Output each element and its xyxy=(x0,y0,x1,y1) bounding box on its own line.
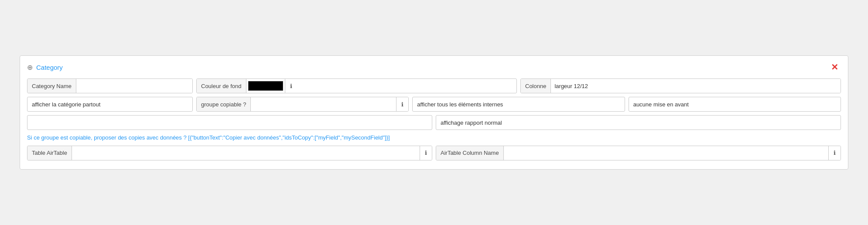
panel-title: Category xyxy=(36,64,63,71)
table-airtable-field: Table AirTable ℹ xyxy=(27,146,432,160)
textarea-field[interactable] xyxy=(27,115,432,130)
table-airtable-input[interactable] xyxy=(72,146,420,160)
mise-en-avant-label: aucune mise en avant xyxy=(633,101,689,108)
groupe-copiable-info-button[interactable]: ℹ xyxy=(396,97,408,111)
mise-en-avant-field: aucune mise en avant xyxy=(629,97,841,112)
table-airtable-label: Table AirTable xyxy=(27,146,72,160)
category-name-label: Category Name xyxy=(27,79,76,93)
info-icon-2: ℹ xyxy=(401,101,403,108)
airtable-column-row: AirTable Column Name ℹ xyxy=(436,146,841,160)
colonne-field: Colonne xyxy=(520,78,841,93)
afficher-elements-label: afficher tous les éléments internes xyxy=(417,101,503,108)
afficher-elements-field: afficher tous les éléments internes xyxy=(412,97,625,112)
row-3-left: Si ce groupe est copiable, proposer des … xyxy=(27,115,432,142)
colonne-label: Colonne xyxy=(521,79,551,93)
info-icon: ℹ xyxy=(290,83,292,89)
airtable-column-input[interactable] xyxy=(504,146,828,160)
couleur-de-fond-info-button[interactable]: ℹ xyxy=(285,79,297,93)
groupe-copiable-field: groupe copiable ? ℹ xyxy=(196,97,409,112)
table-airtable-row: Table AirTable ℹ xyxy=(27,146,432,160)
row-3-right: affichage rapport normal xyxy=(436,115,841,142)
table-airtable-info-button[interactable]: ℹ xyxy=(420,146,432,160)
link-text-container: Si ce groupe est copiable, proposer des … xyxy=(27,133,432,142)
groupe-copiable-input[interactable] xyxy=(251,97,396,111)
airtable-column-label: AirTable Column Name xyxy=(436,146,504,160)
rapport-label: affichage rapport normal xyxy=(441,119,502,126)
groupe-copiable-label: groupe copiable ? xyxy=(197,97,251,111)
row-1: Category Name Couleur de fond ℹ Colonne xyxy=(27,78,841,93)
airtable-column-info-button[interactable]: ℹ xyxy=(828,146,841,160)
row-3: Si ce groupe est copiable, proposer des … xyxy=(27,115,841,142)
row-2: afficher la catégorie partout groupe cop… xyxy=(27,97,841,112)
panel-header: ⊕ Category ✕ xyxy=(27,62,841,72)
close-button[interactable]: ✕ xyxy=(828,62,841,72)
rapport-field: affichage rapport normal xyxy=(436,115,841,130)
panel-title-row: ⊕ Category xyxy=(27,63,63,72)
colonne-input[interactable] xyxy=(551,79,841,93)
color-swatch[interactable] xyxy=(248,81,283,91)
info-icon-4: ℹ xyxy=(834,150,836,156)
airtable-column-field: AirTable Column Name ℹ xyxy=(436,146,841,160)
move-icon[interactable]: ⊕ xyxy=(27,63,33,72)
afficher-categorie-label: afficher la catégorie partout xyxy=(32,101,100,108)
couleur-de-fond-field: Couleur de fond ℹ xyxy=(196,78,517,93)
copiable-link-text[interactable]: Si ce groupe est copiable, proposer des … xyxy=(27,134,390,141)
category-name-input[interactable] xyxy=(76,79,192,93)
row-4: Table AirTable ℹ AirTable Column Name ℹ xyxy=(27,146,841,160)
couleur-de-fond-label: Couleur de fond xyxy=(197,79,246,93)
category-panel: ⊕ Category ✕ Category Name Couleur de fo… xyxy=(20,55,848,170)
category-name-field: Category Name xyxy=(27,78,193,93)
info-icon-3: ℹ xyxy=(425,150,427,156)
groupe-copiable-row: groupe copiable ? ℹ xyxy=(196,97,409,112)
afficher-categorie-field: afficher la catégorie partout xyxy=(27,97,193,112)
